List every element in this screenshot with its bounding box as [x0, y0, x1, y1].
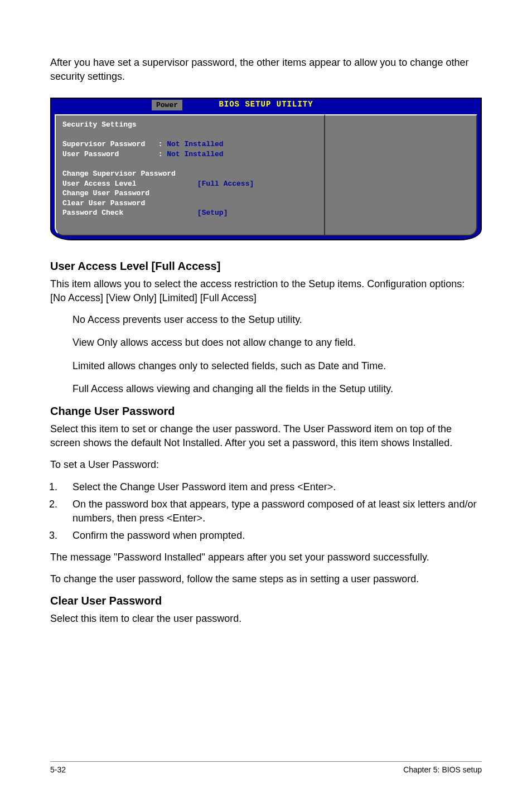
bios-user-label: User Password — [62, 150, 119, 158]
bios-check-value: [Setup] — [197, 209, 228, 217]
heading-user-access-level: User Access Level [Full Access] — [50, 260, 482, 273]
chapter-label: Chapter 5: BIOS setup — [403, 765, 482, 774]
ual-limited: Limited allows changes only to selected … — [72, 359, 482, 373]
bios-window-title: BIOS SETUP UTILITY — [219, 100, 313, 109]
bios-access-value: [Full Access] — [197, 180, 254, 188]
cup-step-1: Select the Change User Password item and… — [60, 480, 482, 494]
page-number: 5-32 — [50, 765, 66, 774]
ual-view-only: View Only allows access but does not all… — [72, 336, 482, 350]
intro-text: After you have set a supervisor password… — [50, 56, 482, 84]
cup-result: The message "Password Installed" appears… — [50, 550, 482, 564]
bios-supervisor-value: Not Installed — [167, 140, 223, 148]
cup-step-2: On the password box that appears, type a… — [60, 497, 482, 525]
cup-change: To change the user password, follow the … — [50, 572, 482, 586]
bios-supervisor-label: Supervisor Password — [62, 140, 145, 148]
bios-user-value: Not Installed — [167, 150, 223, 158]
bios-tab-power: Power — [152, 100, 188, 110]
bios-change-user: Change User Password — [62, 189, 149, 197]
bios-access-label: User Access Level — [62, 180, 137, 188]
cup-steps-list: Select the Change User Password item and… — [60, 480, 482, 543]
heading-change-user-password: Change User Password — [50, 405, 482, 418]
heading-clear-user-password: Clear User Password — [50, 595, 482, 607]
clr-description: Select this item to clear the user passw… — [50, 612, 482, 626]
ual-no-access: No Access prevents user access to the Se… — [72, 313, 482, 327]
bios-change-supervisor: Change Supervisor Password — [62, 170, 176, 178]
bios-right-panel — [325, 114, 477, 235]
bios-screenshot: Power BIOS SETUP UTILITY Security Settin… — [50, 98, 482, 240]
bios-check-label: Password Check — [62, 209, 123, 217]
ual-description: This item allows you to select the acces… — [50, 277, 482, 305]
ual-full-access: Full Access allows viewing and changing … — [72, 382, 482, 396]
cup-to-set: To set a User Password: — [50, 458, 482, 472]
cup-step-3: Confirm the password when prompted. — [60, 529, 482, 543]
bios-left-panel: Security Settings Supervisor Password : … — [55, 114, 325, 235]
cup-description: Select this item to set or change the us… — [50, 422, 482, 450]
bios-section-heading: Security Settings — [62, 120, 137, 129]
bios-clear-user: Clear User Password — [62, 199, 145, 207]
page-footer: 5-32 Chapter 5: BIOS setup — [50, 761, 482, 774]
